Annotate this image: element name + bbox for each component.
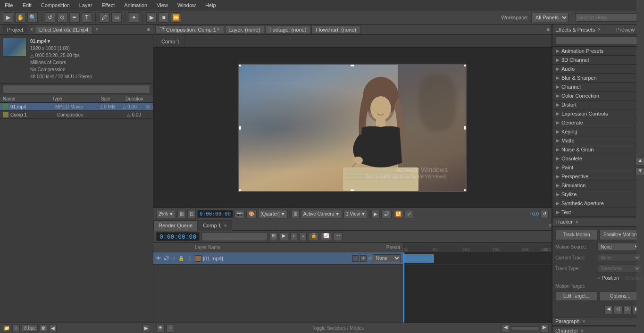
effect-item-15[interactable]: ▶ Simulation: [552, 181, 644, 190]
effect-item-12[interactable]: ▶ Obsolete: [552, 154, 644, 163]
frame-size-btn[interactable]: ⊞: [177, 210, 186, 218]
effect-item-0[interactable]: ▶ Animation Presets: [552, 47, 644, 56]
paint-tool[interactable]: ✒: [69, 12, 80, 23]
tab-layer-viewer[interactable]: Layer: (none): [225, 25, 264, 34]
effect-item-11[interactable]: ▶ Noise & Grain: [552, 145, 644, 154]
stop-btn[interactable]: ■: [159, 12, 169, 23]
tl-audio-btn[interactable]: ♪: [290, 233, 297, 241]
tab-footage-viewer[interactable]: Footage: (none): [265, 25, 310, 34]
prev-btn[interactable]: ◀: [49, 325, 57, 332]
zoom-level-btn[interactable]: 25% ▼: [156, 210, 176, 218]
effect-item-1[interactable]: ▶ 3D Channel: [552, 56, 644, 65]
add-keyframe-btn[interactable]: ⬦: [167, 324, 174, 333]
edit-target-btn[interactable]: Edit Target...: [555, 291, 598, 301]
tl-new-comp-btn[interactable]: ⊞: [269, 233, 278, 241]
viewer-timecode[interactable]: 0:00:00:00: [197, 210, 233, 218]
effect-item-14[interactable]: ▶ Perspective: [552, 172, 644, 181]
import-btn[interactable]: +: [12, 325, 20, 332]
switch-0-0[interactable]: -: [352, 255, 359, 262]
reset-exposure-btn[interactable]: ↺: [540, 210, 549, 218]
add-marker-btn[interactable]: ◈: [156, 324, 165, 333]
menu-file[interactable]: File: [3, 1, 15, 9]
pen-tool[interactable]: 🖊: [99, 12, 109, 23]
handle-bm[interactable]: [351, 189, 354, 192]
table-row[interactable]: Comp 1 Composition △ 0:00: [0, 111, 153, 119]
text-tool[interactable]: T: [82, 12, 92, 23]
tl-scrollbar[interactable]: [511, 326, 539, 330]
pixel-aspect-btn[interactable]: ⊡: [187, 210, 196, 218]
menu-view[interactable]: View: [155, 1, 170, 9]
tab-effect-close[interactable]: ×: [95, 27, 98, 32]
layer-lock-btn[interactable]: 🔒: [178, 255, 184, 262]
viewer-panel-menu[interactable]: ≡: [547, 27, 550, 32]
character-close[interactable]: ×: [581, 328, 584, 333]
handle-br[interactable]: [464, 189, 467, 192]
effect-item-3[interactable]: ▶ Blur & Sharpen: [552, 74, 644, 83]
tracker-prev-btn[interactable]: ◀: [604, 306, 613, 314]
effects-close[interactable]: ×: [598, 27, 601, 32]
tl-scroll-right[interactable]: ▶: [540, 324, 549, 333]
timeline-panel-menu[interactable]: ≡: [549, 223, 552, 228]
tracker-next-frame-btn[interactable]: ▷: [623, 306, 632, 314]
tl-render-btn[interactable]: ▶: [280, 233, 288, 241]
project-panel-menu[interactable]: ≡: [147, 27, 150, 32]
stretch-btn[interactable]: ⤢: [405, 210, 413, 218]
tab-composition-viewer[interactable]: 🎬 Composition: Comp 1 ×: [155, 25, 224, 34]
effect-item-13[interactable]: ▶ Paint: [552, 163, 644, 172]
tab-render-queue[interactable]: Render Queue: [153, 220, 198, 231]
show-channel-btn[interactable]: 🎨: [246, 210, 257, 218]
audio-btn[interactable]: 🔊: [381, 210, 392, 218]
options-btn[interactable]: Options...: [599, 291, 642, 301]
menu-effect[interactable]: Effect: [100, 1, 117, 9]
current-track-select[interactable]: None: [597, 254, 641, 262]
rotate-tool[interactable]: ↺: [45, 12, 55, 23]
menu-layer[interactable]: Layer: [77, 1, 94, 9]
effects-search-input[interactable]: [555, 36, 641, 45]
effect-item-18[interactable]: ▶ Text: [552, 208, 644, 217]
play-btn[interactable]: ▶: [146, 12, 157, 23]
layer-solo-btn[interactable]: ○: [170, 255, 177, 262]
timeline-tab-close[interactable]: ×: [224, 223, 227, 228]
timeline-search-input[interactable]: [201, 233, 268, 241]
bpc-badge[interactable]: 8 bpc: [22, 325, 38, 332]
paragraph-close[interactable]: ×: [582, 319, 585, 324]
menu-composition[interactable]: Composition: [39, 1, 72, 9]
selection-tool[interactable]: ▶: [3, 12, 13, 23]
tl-motion-btn[interactable]: ⋯: [333, 233, 343, 241]
effect-item-2[interactable]: ▶ Audio: [552, 65, 644, 74]
handle-tr[interactable]: [464, 64, 467, 67]
forward-btn[interactable]: ⏩: [171, 12, 181, 23]
menu-edit[interactable]: Edit: [21, 1, 33, 9]
effect-item-4[interactable]: ▶ Channel: [552, 83, 644, 92]
comp-name-tab[interactable]: Comp 1: [156, 36, 185, 46]
tl-solo-btn[interactable]: ○: [299, 233, 307, 241]
switch-0-1[interactable]: ✱: [360, 255, 367, 262]
menu-window[interactable]: Window: [176, 1, 198, 9]
resolution-btn[interactable]: (Quarter) ▼: [258, 210, 287, 218]
playhead[interactable]: [403, 252, 404, 323]
track-motion-btn[interactable]: Track Motion: [555, 230, 598, 240]
effect-item-7[interactable]: ▶ Expression Controls: [552, 109, 644, 118]
effect-item-9[interactable]: ▶ Keying: [552, 127, 644, 136]
col-header-name[interactable]: Name: [3, 96, 52, 101]
timeline-timecode[interactable]: 0:00:00:00: [156, 232, 200, 241]
zoom-tool[interactable]: 🔍: [27, 12, 38, 23]
shape-tool[interactable]: ▭: [111, 12, 122, 23]
workspace-select[interactable]: All Panels: [531, 13, 569, 22]
tab-flowchart[interactable]: Flowchart: (none): [311, 25, 360, 34]
layer-eye-btn[interactable]: 👁: [155, 255, 162, 262]
handle-tm[interactable]: [351, 64, 354, 67]
handle-bl[interactable]: [238, 189, 241, 192]
tl-graph-btn[interactable]: 📈: [321, 233, 331, 241]
handle-ml[interactable]: [238, 126, 241, 130]
track-bar-0[interactable]: [403, 254, 434, 263]
preview-label[interactable]: Preview: [616, 27, 635, 33]
transparency-btn[interactable]: ⊞: [291, 210, 300, 218]
table-row[interactable]: 01.mp4 MPEG Movie 2.0 MB △ 0:00 ▦: [0, 103, 153, 111]
effect-item-5[interactable]: ▶ Color Correction: [552, 92, 644, 100]
delete-btn[interactable]: 🗑: [40, 325, 47, 332]
tracker-close[interactable]: ×: [576, 219, 578, 225]
view-layout-btn[interactable]: 1 View ▼: [343, 210, 368, 218]
search-help-input[interactable]: [575, 13, 641, 22]
tracker-prev-frame-btn[interactable]: ◁: [614, 306, 622, 314]
